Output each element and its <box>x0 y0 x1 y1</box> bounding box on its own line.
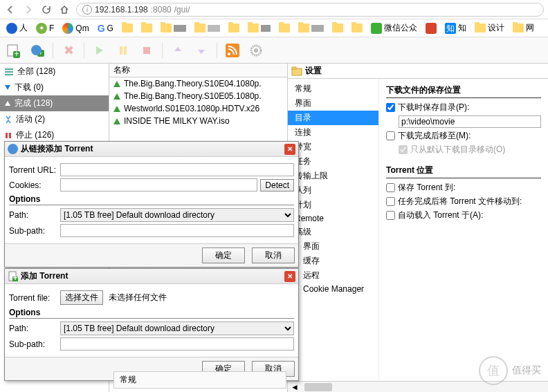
add-url-button[interactable]: + <box>29 42 46 59</box>
bookmark-item[interactable]: GG <box>95 21 116 35</box>
svg-point-7 <box>228 53 230 55</box>
sidebar-item-active[interactable]: 活动 (2) <box>0 111 109 127</box>
svg-text:+: + <box>12 273 17 281</box>
svg-rect-3 <box>120 46 122 55</box>
input-torrent-url[interactable] <box>60 163 294 176</box>
svg-rect-5 <box>143 47 150 54</box>
nav-general[interactable]: 常规 <box>288 82 378 96</box>
url-bar[interactable]: i 192.168.1.198:8080/gui/ <box>76 3 544 17</box>
delete-button[interactable]: ✖ <box>60 42 77 59</box>
chk-put-new[interactable] <box>386 103 395 112</box>
choose-file-button[interactable]: 选择文件 <box>60 290 103 305</box>
bookmark-folder[interactable] <box>120 22 135 34</box>
input-download-path[interactable] <box>399 115 541 128</box>
chk-move-completed[interactable] <box>386 131 395 140</box>
reload-button[interactable] <box>40 3 53 16</box>
nav-directories[interactable]: 目录 <box>288 111 378 125</box>
rss-button[interactable] <box>224 42 241 59</box>
label-file: Torrent file: <box>9 293 57 303</box>
bookmark-folder[interactable] <box>330 22 345 34</box>
add-file-button[interactable]: + <box>6 42 22 59</box>
section-download-location: 下载文件的保存位置 <box>386 84 541 98</box>
options-header: Options <box>9 194 294 205</box>
bookmark-folder[interactable] <box>277 22 292 34</box>
nav-adv-remote[interactable]: 远程 <box>288 268 378 283</box>
sidebar-item-all[interactable]: 全部 (128) <box>0 64 109 80</box>
move-up-button[interactable] <box>170 42 186 59</box>
nav-bittorrent[interactable]: 任务 <box>288 154 378 169</box>
bookmark-folder[interactable]: 网 <box>511 21 536 35</box>
bookmarks-bar: 人 ✦F Qm GG 微信公众 知知 设计 网 <box>0 19 548 37</box>
bookmark-folder[interactable] <box>296 22 326 34</box>
section-torrent-location: Torrent 位置 <box>386 165 541 178</box>
watermark: 值 值得买 <box>479 356 541 385</box>
nav-adv-ui[interactable]: 界面 <box>288 239 378 254</box>
pause-button[interactable] <box>115 42 131 59</box>
label-subpath: Sub-path: <box>9 339 57 349</box>
cancel-button[interactable]: 取消 <box>252 248 295 263</box>
svg-rect-13 <box>6 133 8 138</box>
chk-autoload[interactable] <box>386 211 395 220</box>
bookmark-folder[interactable] <box>226 22 241 34</box>
nav-remote[interactable]: Remote <box>288 212 378 225</box>
bookmark-item[interactable]: 知知 <box>443 21 468 35</box>
settings-button[interactable] <box>248 42 264 59</box>
svg-rect-16 <box>292 67 296 69</box>
nav-queueing[interactable]: 队列 <box>288 183 378 198</box>
home-button[interactable] <box>58 3 71 16</box>
bookmark-item[interactable]: ✦F <box>34 21 56 35</box>
select-path[interactable]: [1.05 TB free] Default download director… <box>60 208 294 222</box>
play-button[interactable] <box>91 42 108 59</box>
move-down-button[interactable] <box>193 42 210 59</box>
globe-icon <box>8 144 18 154</box>
ok-button[interactable]: 确定 <box>202 248 245 263</box>
nav-connection[interactable]: 连接 <box>288 125 378 140</box>
bookmark-item[interactable]: 人 <box>4 21 30 35</box>
input-subpath[interactable] <box>60 224 294 237</box>
dialog-add-file: +添加 Torrent✕ Torrent file:选择文件未选择任何文件 Op… <box>4 268 299 381</box>
nav-transfer-cap[interactable]: 传输上限 <box>288 169 378 183</box>
chk-move-torrent[interactable] <box>386 197 395 206</box>
svg-rect-14 <box>9 133 11 138</box>
settings-icon <box>291 66 302 77</box>
no-file-text: 未选择任何文件 <box>109 292 167 304</box>
forward-button[interactable] <box>22 3 35 16</box>
chk-store-torrent[interactable] <box>386 183 395 192</box>
info-icon: i <box>82 5 92 15</box>
close-button[interactable]: ✕ <box>284 271 295 282</box>
bookmark-item[interactable]: Qm <box>60 21 91 35</box>
bookmark-folder[interactable] <box>139 22 154 34</box>
detect-button[interactable]: Detect <box>260 179 294 192</box>
nav-adv-cache[interactable]: 缓存 <box>288 254 378 268</box>
bookmark-folder[interactable] <box>246 22 273 34</box>
bookmark-folder[interactable] <box>349 22 365 34</box>
back-button[interactable] <box>4 3 17 16</box>
bookmark-folder[interactable] <box>192 22 222 34</box>
nav-ui[interactable]: 界面 <box>288 96 378 111</box>
bookmark-item[interactable]: 微信公众 <box>369 21 419 35</box>
dialog-add-url: 从链接添加 Torrent✕ Torrent URL: Cookies:Dete… <box>4 141 299 268</box>
svg-rect-11 <box>5 71 13 73</box>
stop-button[interactable] <box>138 42 155 59</box>
label-subpath: Sub-path: <box>9 226 57 236</box>
sidebar-item-downloading[interactable]: 下载 (0) <box>0 80 109 95</box>
nav-adv-cookie[interactable]: Cookie Manager <box>288 283 378 295</box>
column-name[interactable]: 名称 <box>113 64 130 76</box>
dialog-title: 从链接添加 Torrent <box>21 143 93 155</box>
label-url: Torrent URL: <box>9 165 57 175</box>
bookmark-folder[interactable]: 设计 <box>473 21 506 35</box>
settings-panel: 设置 常规 界面 目录 连接 带宽 任务 传输上限 队列 计划 Remote 高… <box>287 64 548 392</box>
sidebar-item-completed[interactable]: 完成 (128) <box>0 95 109 111</box>
bookmark-item[interactable] <box>423 21 439 35</box>
tab-general[interactable]: 常规 <box>113 371 286 389</box>
select-path[interactable]: [1.05 TB free] Default download director… <box>60 321 294 335</box>
bookmark-folder[interactable] <box>158 22 188 34</box>
input-subpath[interactable] <box>60 337 294 351</box>
nav-bandwidth[interactable]: 带宽 <box>288 140 378 154</box>
close-button[interactable]: ✕ <box>284 144 295 155</box>
svg-rect-12 <box>5 74 13 75</box>
input-cookies[interactable] <box>60 178 257 192</box>
nav-scheduler[interactable]: 计划 <box>288 198 378 212</box>
nav-advanced[interactable]: 高级 <box>288 225 378 239</box>
url-port: :8080 <box>151 5 172 15</box>
